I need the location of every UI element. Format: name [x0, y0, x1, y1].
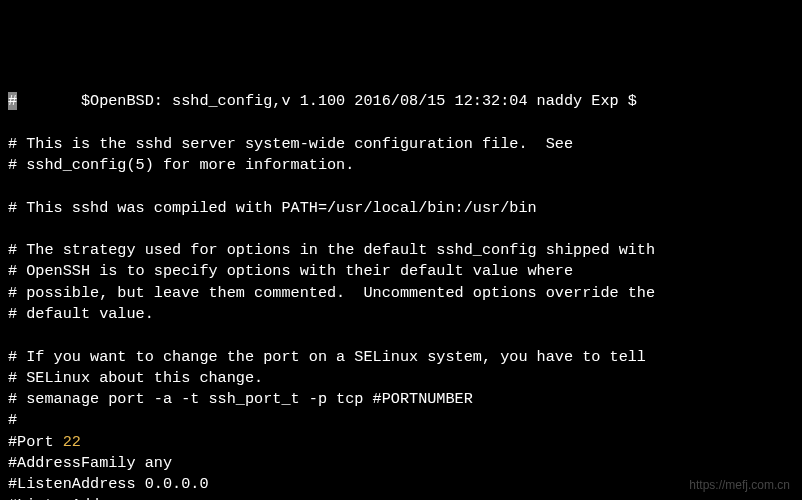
config-line: # OpenSSH is to specify options with the… [8, 262, 573, 280]
config-line: # If you want to change the port on a SE… [8, 348, 646, 366]
config-line: #AddressFamily any [8, 454, 172, 472]
config-line: #ListenAddress :: [8, 496, 163, 500]
terminal-viewport[interactable]: # $OpenBSD: sshd_config,v 1.100 2016/08/… [8, 91, 794, 500]
config-line: # The strategy used for options in the d… [8, 241, 655, 259]
config-line: # possible, but leave them commented. Un… [8, 284, 655, 302]
config-line: # sshd_config(5) for more information. [8, 156, 354, 174]
header-line: # $OpenBSD: sshd_config,v 1.100 2016/08/… [8, 92, 637, 110]
config-line: # semanage port -a -t ssh_port_t -p tcp … [8, 390, 473, 408]
watermark-text: https://mefj.com.cn [689, 477, 790, 494]
config-line: # SELinux about this change. [8, 369, 263, 387]
config-line: # This sshd was compiled with PATH=/usr/… [8, 199, 537, 217]
port-value: 22 [63, 433, 81, 451]
config-line: #ListenAddress 0.0.0.0 [8, 475, 209, 493]
config-line: # [8, 411, 17, 429]
config-line: # This is the sshd server system-wide co… [8, 135, 573, 153]
config-line: # default value. [8, 305, 154, 323]
port-line: #Port 22 [8, 433, 81, 451]
